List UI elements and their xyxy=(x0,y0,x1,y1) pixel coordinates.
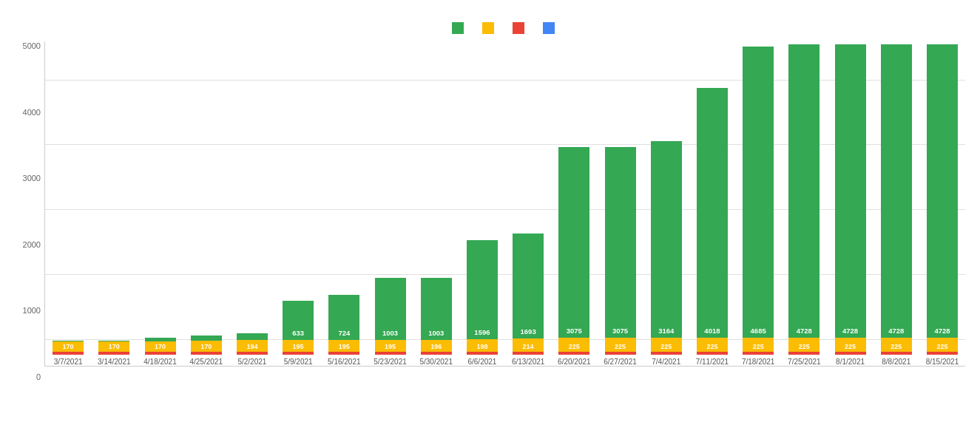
x-axis-label: 5/2/2021 xyxy=(237,358,266,366)
legend-item-remote-video xyxy=(513,22,528,34)
bar-segment-rv xyxy=(513,352,544,355)
bar-stack: 194 xyxy=(237,333,268,355)
bar-stack: 1951003 xyxy=(375,278,406,355)
bar-stack: 170 xyxy=(145,338,176,355)
bar-segment-img: 194 xyxy=(237,340,268,352)
legend-item-document xyxy=(543,22,558,34)
bar-segment-gp: 1596 xyxy=(467,240,498,339)
x-axis-label: 3/14/2021 xyxy=(98,358,131,366)
bar-segment-rv xyxy=(558,352,589,355)
bar-segment-gp: 724 xyxy=(328,295,359,340)
bar-segment-rv xyxy=(98,352,129,355)
bar-col: 120319610035/30/2021 xyxy=(413,41,459,366)
bar-col: 8321956335/9/2021 xyxy=(275,41,321,366)
bar-col: 2661704/25/2021 xyxy=(183,41,229,366)
x-axis-label: 8/15/2021 xyxy=(926,358,959,366)
bar-segment-gp xyxy=(98,341,129,341)
bar-stack: 170 xyxy=(98,341,129,355)
bar-segment-rv xyxy=(788,352,820,355)
x-axis-label: 8/1/2021 xyxy=(836,358,865,366)
bar-segment-rv xyxy=(375,352,406,355)
y-axis: 5000 4000 3000 2000 1000 0 xyxy=(4,41,41,381)
bar-segment-gp: 4728 xyxy=(788,44,820,338)
bar-segment-img: 225 xyxy=(558,338,589,352)
bar-segment-img: 170 xyxy=(98,341,129,352)
y-label-1000: 1000 xyxy=(4,306,41,315)
bar-segment-gp: 4018 xyxy=(697,88,728,338)
bar-stack: 1961003 xyxy=(421,278,452,355)
y-label-4000: 4000 xyxy=(4,108,41,117)
bar-segment-gp: 1003 xyxy=(421,278,452,340)
bar-stack: 1981596 xyxy=(467,240,498,355)
bar-segment-gp: 4728 xyxy=(881,44,912,338)
bar-segment-rv xyxy=(191,352,222,355)
bar-stack: 195633 xyxy=(283,301,314,355)
bar-stack: 2254728 xyxy=(788,44,820,355)
bar-segment-img: 170 xyxy=(191,341,222,352)
chart-area: 1821703/7/20211831703/14/20212331704/18/… xyxy=(44,41,965,367)
bar-segment-rv xyxy=(881,352,912,355)
image-swatch xyxy=(482,22,494,34)
bar-col: 191221416936/13/2021 xyxy=(505,41,551,366)
legend xyxy=(44,22,965,34)
bar-segment-gp: 4728 xyxy=(835,44,866,338)
chart-container: 5000 4000 3000 2000 1000 0 1821703/7/202… xyxy=(0,0,980,436)
bar-segment-gp xyxy=(53,341,84,341)
x-axis-label: 7/4/2021 xyxy=(652,358,680,366)
x-axis-label: 5/30/2021 xyxy=(419,358,453,366)
bar-col: 495822547287/25/2021 xyxy=(781,41,827,366)
bar-segment-rv xyxy=(467,352,498,355)
document-swatch xyxy=(543,22,555,34)
x-axis-label: 7/11/2021 xyxy=(696,358,729,366)
bar-segment-gp xyxy=(191,335,222,341)
bar-segment-rv xyxy=(328,352,359,355)
bar-segment-rv xyxy=(697,352,728,355)
bar-col: 330522530756/27/2021 xyxy=(597,41,643,366)
x-axis-label: 5/16/2021 xyxy=(328,358,361,366)
bar-segment-gp: 3075 xyxy=(605,147,636,338)
bar-stack: 2254018 xyxy=(697,88,728,355)
bar-segment-img: 195 xyxy=(283,340,314,352)
bar-stack: 2254728 xyxy=(927,44,958,355)
bar-segment-img: 198 xyxy=(467,339,498,352)
bar-segment-rv xyxy=(421,352,452,355)
bar-col: 424822540187/11/2021 xyxy=(689,41,735,366)
y-label-2000: 2000 xyxy=(4,240,41,249)
x-axis-label: 7/25/2021 xyxy=(788,358,821,366)
bar-segment-gp xyxy=(145,338,176,341)
bar-col: 179919815966/6/2021 xyxy=(459,41,505,366)
bar-segment-rv xyxy=(283,352,314,355)
x-axis-label: 4/18/2021 xyxy=(143,358,177,366)
bar-segment-gp: 4728 xyxy=(927,44,958,338)
bar-segment-rv xyxy=(835,352,866,355)
y-label-3000: 3000 xyxy=(4,174,41,183)
x-axis-label: 6/13/2021 xyxy=(512,358,545,366)
bar-col: 2331704/18/2021 xyxy=(137,41,183,366)
bar-segment-img: 196 xyxy=(421,340,452,352)
bar-stack: 195724 xyxy=(328,295,359,355)
bar-col: 120219510035/23/2021 xyxy=(367,41,413,366)
bar-segment-img: 225 xyxy=(788,338,820,352)
bar-segment-gp xyxy=(237,333,268,340)
legend-item-image xyxy=(482,22,498,34)
bar-stack: 170 xyxy=(191,335,222,355)
bar-segment-img: 225 xyxy=(881,338,912,352)
x-axis-label: 4/25/2021 xyxy=(189,358,223,366)
bar-segment-gp: 4685 xyxy=(743,47,774,338)
bar-stack: 2254728 xyxy=(881,44,912,355)
bar-segment-gp: 3075 xyxy=(558,147,589,338)
x-axis-label: 6/20/2021 xyxy=(558,358,591,366)
bar-col: 495822547288/8/2021 xyxy=(873,41,919,366)
bar-segment-gp: 1003 xyxy=(375,278,406,340)
bar-col: 1821703/7/2021 xyxy=(45,41,91,366)
bar-segment-rv xyxy=(145,352,176,355)
x-axis-label: 8/8/2021 xyxy=(882,358,910,366)
bar-col: 3021945/2/2021 xyxy=(229,41,275,366)
bar-col: 330522530756/20/2021 xyxy=(551,41,597,366)
bar-stack: 2253075 xyxy=(558,147,589,355)
bar-segment-img: 195 xyxy=(375,340,406,352)
bar-stack: 2141693 xyxy=(513,234,544,355)
bar-segment-img: 170 xyxy=(145,341,176,352)
bar-stack: 2253075 xyxy=(605,147,636,355)
remote-video-swatch xyxy=(513,22,524,34)
